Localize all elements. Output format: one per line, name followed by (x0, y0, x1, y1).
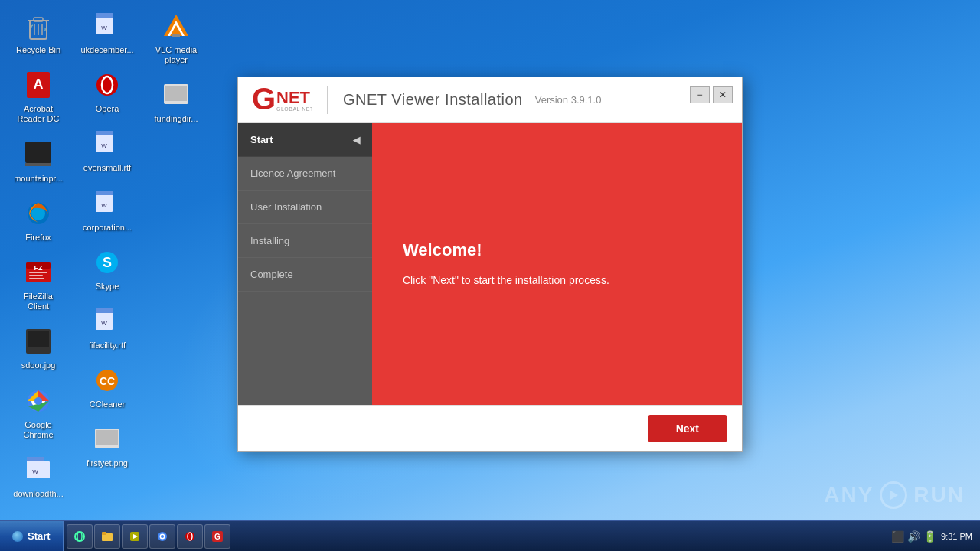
anyrun-run-text: RUN (913, 483, 965, 507)
svg-point-55 (77, 532, 82, 541)
svg-point-62 (161, 535, 164, 538)
gnet-logo-graphic: G NET GLOBAL NETWORK (250, 82, 312, 119)
close-button[interactable]: ✕ (713, 86, 733, 103)
taskbar-folder-icon[interactable] (94, 524, 120, 549)
desktop-icon-firefox[interactable]: Firefox (8, 195, 69, 246)
svg-text:W: W (101, 142, 107, 149)
svg-rect-24 (27, 457, 44, 461)
sidebar-complete-label: Complete (250, 269, 293, 280)
svg-rect-33 (96, 131, 113, 135)
downloadth-label: downloadth... (11, 488, 64, 500)
recycle-bin-icon (23, 11, 54, 41)
anyrun-play-icon (880, 481, 907, 509)
svg-marker-53 (890, 491, 898, 500)
svg-rect-9 (25, 163, 51, 166)
ukdecember-icon: W (92, 11, 122, 41)
ukdecember-label: ukdecember... (79, 44, 135, 56)
filezilla-label: FileZilla Client (11, 291, 66, 312)
tray-network-icon: ⬛ (891, 530, 904, 543)
sidebar-item-complete[interactable]: Complete (238, 258, 372, 292)
chrome-label: GoogleChrome (21, 419, 54, 441)
svg-text:NET: NET (276, 88, 311, 107)
sidebar-licence-label: Licence Agreement (250, 168, 335, 179)
sidebar-item-start[interactable]: Start ◀ (238, 123, 372, 157)
sidebar-item-licence[interactable]: Licence Agreement (238, 157, 372, 191)
tray-battery-icon: 🔋 (923, 530, 936, 543)
taskbar-opera-task[interactable] (177, 524, 203, 549)
sdoor-icon (23, 326, 54, 357)
start-button[interactable]: Start (0, 521, 64, 552)
desktop-icon-fundingdir[interactable]: fundingdir... (145, 77, 207, 128)
svg-point-54 (75, 532, 84, 541)
tray-icons: ⬛ 🔊 🔋 (891, 530, 936, 543)
desktop-icon-recycle-bin[interactable]: Recycle Bin (8, 8, 69, 59)
sidebar-item-user-installation[interactable]: User Installation (238, 191, 372, 224)
title-divider (327, 86, 328, 114)
fifacility-label: fifacility.rtf (87, 340, 127, 351)
desktop-icon-chrome[interactable]: GoogleChrome (8, 383, 69, 444)
anyrun-any-text: ANY (824, 483, 874, 507)
firstyet-icon (92, 424, 122, 455)
evensmall-label: evensmall.rtf (82, 162, 132, 174)
desktop-icon-downloadth[interactable]: W downloadth... (8, 452, 69, 503)
sidebar-item-installing[interactable]: Installing (238, 224, 372, 258)
desktop: Recycle Bin A AcrobatReader DC mountainp… (0, 0, 980, 551)
start-orb-icon (12, 531, 23, 542)
taskbar-chrome-task[interactable] (149, 524, 175, 549)
fifacility-icon: W (92, 306, 122, 337)
taskbar-ie-icon[interactable] (67, 524, 93, 549)
svg-rect-17 (29, 278, 44, 279)
svg-rect-15 (29, 272, 47, 273)
desktop-icon-mountainpr[interactable]: mountainpr... (8, 136, 69, 187)
window-body: Start ◀ Licence Agreement User Installat… (238, 123, 742, 405)
welcome-text: Click "Next" to start the installation p… (403, 272, 711, 289)
install-sidebar: Start ◀ Licence Agreement User Installat… (238, 123, 372, 405)
install-window: G NET GLOBAL NETWORK GNET Viewer Install… (237, 77, 743, 452)
firefox-label: Firefox (24, 232, 53, 243)
svg-text:CC: CC (100, 375, 115, 387)
desktop-icon-sdoor[interactable]: sdoor.jpg (8, 323, 69, 374)
svg-text:G: G (214, 533, 220, 541)
next-button[interactable]: Next (648, 415, 727, 442)
desktop-icon-fifacility[interactable]: W fifacility.rtf (77, 303, 138, 354)
tray-volume-icon: 🔊 (907, 530, 920, 543)
taskbar-media-icon[interactable] (122, 524, 148, 549)
skype-icon: S (92, 247, 122, 278)
desktop-icon-acrobat[interactable]: A AcrobatReader DC (8, 67, 69, 128)
taskbar: Start G ⬛ 🔊 (0, 520, 980, 551)
acrobat-icon: A (23, 70, 54, 100)
svg-text:GLOBAL NETWORK: GLOBAL NETWORK (276, 106, 312, 112)
anyrun-watermark: ANY RUN (824, 481, 965, 509)
desktop-icon-ukdecember[interactable]: W ukdecember... (77, 8, 138, 59)
taskbar-gnet-task[interactable]: G (204, 524, 230, 549)
firefox-icon (23, 198, 54, 229)
svg-rect-46 (96, 430, 118, 445)
svg-rect-8 (25, 142, 51, 163)
chrome-icon (23, 386, 54, 416)
svg-rect-25 (44, 461, 50, 478)
desktop-icon-filezilla[interactable]: FZ FileZilla Client (8, 254, 69, 315)
desktop-icon-vlc[interactable]: VLC mediaplayer (145, 8, 207, 69)
ccleaner-label: CCleaner (88, 399, 126, 410)
svg-rect-28 (96, 13, 113, 18)
welcome-title: Welcome! (403, 240, 711, 260)
svg-rect-41 (96, 308, 113, 313)
desktop-icon-opera[interactable]: Opera (77, 67, 138, 118)
desktop-icon-ccleaner[interactable]: CC CCleaner (77, 362, 138, 413)
fundingdir-icon (161, 80, 191, 110)
svg-rect-49 (165, 86, 187, 101)
svg-text:G: G (252, 82, 276, 116)
desktop-icon-corporation[interactable]: W corporation... (77, 185, 138, 236)
desktop-icon-skype[interactable]: S Skype (77, 244, 138, 295)
desktop-icon-firstyet[interactable]: firstyet.png (77, 421, 138, 472)
corporation-icon: W (92, 188, 122, 219)
svg-text:W: W (101, 24, 107, 31)
desktop-icon-evensmall[interactable]: W evensmall.rtf (77, 126, 138, 177)
window-titlebar: G NET GLOBAL NETWORK GNET Viewer Install… (238, 77, 742, 123)
taskbar-middle: G (64, 524, 884, 549)
minimize-button[interactable]: − (690, 86, 710, 103)
svg-rect-57 (102, 532, 106, 535)
fundingdir-label: fundingdir... (153, 113, 200, 125)
vlc-label: VLC mediaplayer (154, 44, 198, 66)
svg-rect-36 (96, 191, 113, 195)
